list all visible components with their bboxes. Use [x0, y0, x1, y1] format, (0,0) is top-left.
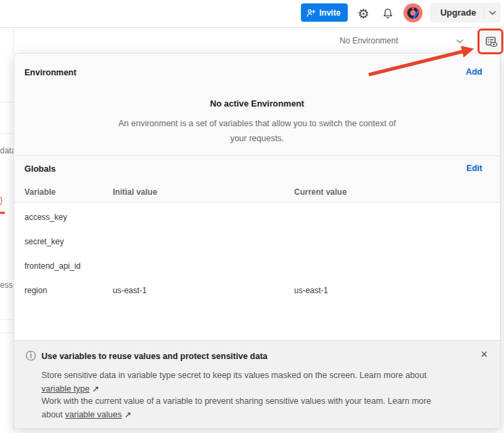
background-divider: [0, 102, 14, 102]
environment-selector-label: No Environment: [340, 36, 398, 45]
info-banner-paragraph-1: Store sensitive data in variable type se…: [41, 369, 452, 396]
background-divider: [13, 29, 14, 53]
background-fragment-red-mark: [0, 212, 5, 214]
notifications-bell-icon[interactable]: [380, 6, 395, 21]
background-divider: [0, 333, 14, 333]
settings-gear-icon[interactable]: ⚙: [356, 6, 371, 21]
edit-globals-button[interactable]: Edit: [466, 164, 482, 173]
background-fragment-data: data: [0, 146, 14, 155]
no-active-environment-title: No active Environment: [14, 98, 500, 109]
info-text-line1: Store sensitive data in variable type se…: [41, 371, 427, 380]
variable-name: access_key: [24, 205, 67, 229]
upgrade-button[interactable]: Upgrade: [430, 3, 501, 22]
info-banner-paragraph-2: Work with the current value of a variabl…: [41, 395, 452, 421]
column-header-variable: Variable: [24, 187, 56, 197]
globals-title: Globals: [24, 164, 56, 174]
globals-variable-table: access_key secret_key frontend_api_id re…: [14, 202, 500, 340]
background-fragment-ess: ess: [0, 280, 14, 290]
variable-name: secret_key: [24, 229, 64, 254]
close-icon[interactable]: ×: [480, 347, 488, 362]
invite-button-label: Invite: [319, 8, 340, 18]
app-window: Invite ⚙ Upgrade: [0, 0, 504, 433]
add-environment-button[interactable]: Add: [466, 67, 482, 77]
variable-name: frontend_api_id: [24, 254, 81, 278]
table-row[interactable]: access_key: [14, 205, 500, 229]
environment-quick-look-button[interactable]: [480, 31, 502, 52]
background-divider: [0, 319, 14, 320]
user-avatar[interactable]: [403, 3, 422, 22]
info-banner-title: Use variables to reuse values and protec…: [41, 352, 268, 361]
variable-initial-value: us-east-1: [113, 278, 147, 303]
background-divider: [0, 133, 14, 134]
variable-current-value: us-east-1: [294, 278, 328, 303]
environment-selector[interactable]: No Environment: [331, 31, 469, 50]
variable-values-link[interactable]: variable values: [65, 410, 122, 419]
column-header-initial-value: Initial value: [113, 187, 157, 197]
external-link-arrow-icon: ↗: [92, 384, 98, 394]
environment-panel: Environment Add No active Environment An…: [14, 53, 501, 429]
chevron-down-icon: [484, 11, 501, 15]
globals-header-section: Globals Edit Variable Initial value Curr…: [14, 155, 500, 202]
chevron-down-icon: [456, 36, 463, 45]
table-row[interactable]: region us-east-1 us-east-1: [14, 278, 500, 303]
variable-name: region: [24, 278, 47, 303]
info-icon: ⓘ: [26, 350, 36, 362]
info-text-line2-prefix: about: [41, 410, 65, 419]
environment-description: An environment is a set of variables tha…: [111, 116, 403, 146]
environment-quick-look-icon: [485, 35, 498, 48]
upgrade-button-label: Upgrade: [430, 7, 484, 18]
external-link-arrow-icon: ↗: [124, 410, 131, 419]
top-bar: Invite ⚙ Upgrade: [0, 0, 504, 28]
environment-toolbar: No Environment: [0, 28, 504, 53]
variable-type-link[interactable]: variable type: [41, 384, 90, 394]
background-fragment-brace: }: [0, 195, 14, 205]
column-header-current-value: Current value: [294, 187, 346, 197]
environment-panel-title: Environment: [24, 68, 76, 77]
table-row[interactable]: secret_key: [14, 229, 500, 254]
person-plus-icon: [306, 8, 316, 18]
info-text-line2: Work with the current value of a variabl…: [41, 396, 431, 406]
table-row[interactable]: frontend_api_id: [14, 254, 500, 278]
variables-info-banner: ⓘ Use variables to reuse values and prot…: [14, 340, 500, 429]
environment-panel-header-section: Environment Add No active Environment An…: [14, 54, 500, 155]
invite-button[interactable]: Invite: [301, 3, 348, 22]
